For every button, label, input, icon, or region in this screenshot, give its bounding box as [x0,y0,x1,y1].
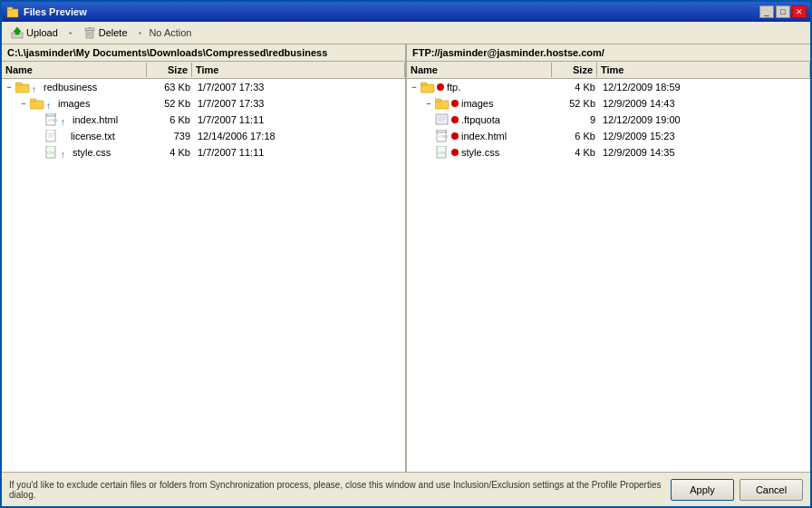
title-bar: Files Preview _ □ ✕ [2,2,810,22]
txt-icon [44,130,59,142]
right-panel-header: FTP://jasminder@jasminder.hostse.com/ [407,44,810,62]
svg-text:CSS: CSS [438,151,446,155]
list-item[interactable]: − images52 Kb12/9/2009 14:43 [407,95,810,112]
left-col-name[interactable]: Name [2,63,147,77]
status-dot: ↑ [46,100,55,107]
svg-rect-23 [420,84,434,93]
svg-rect-11 [15,83,22,85]
svg-text:HTML: HTML [48,118,59,122]
svg-rect-1 [7,7,13,10]
status-dot: ↑ [61,149,70,156]
left-col-time[interactable]: Time [192,63,405,77]
svg-rect-17 [46,130,55,142]
expand-icon[interactable]: − [423,99,434,108]
cancel-button[interactable]: Cancel [740,479,803,501]
status-dot [451,132,459,140]
svg-rect-27 [436,114,448,124]
upload-icon [11,26,24,39]
css-icon: CSS [44,146,59,159]
file-name-label: images [58,98,90,109]
file-name-cell: HTML index.html [409,130,554,142]
svg-rect-32 [437,130,446,132]
window-icon [5,5,20,19]
svg-rect-25 [435,101,449,109]
svg-rect-12 [30,101,44,109]
svg-rect-5 [85,28,94,31]
list-item[interactable]: license.txt73912/14/2006 17:18 [2,128,405,144]
apply-button[interactable]: Apply [671,479,734,501]
file-size-cell: 52 Kb [554,98,599,109]
file-name-label: style.css [72,147,111,158]
file-size-cell: 4 Kb [149,147,194,158]
folder-icon [30,97,44,110]
file-time-cell: 1/7/2007 11:11 [194,147,403,158]
status-bar: If you'd like to exclude certain files o… [2,472,810,506]
list-item[interactable]: HTML ↑index.html6 Kb1/7/2007 11:11 [2,112,405,128]
file-size-cell: 6 Kb [149,114,194,125]
file-name-cell: − ftp. [409,81,554,93]
list-item[interactable]: CSS ↑style.css4 Kb1/7/2007 11:11 [2,144,405,161]
right-col-time[interactable]: Time [597,63,810,77]
svg-rect-24 [420,83,427,85]
file-name-cell: HTML ↑index.html [4,113,149,126]
file-size-cell: 4 Kb [554,82,599,93]
status-dot [451,116,459,123]
expand-icon[interactable]: − [409,83,420,92]
right-column-headers: Name Size Time [407,62,810,79]
maximize-button[interactable]: □ [776,5,790,18]
file-name-label: index.html [461,131,507,142]
left-col-size[interactable]: Size [147,63,192,77]
right-col-name[interactable]: Name [407,63,552,77]
svg-text:HTML: HTML [439,134,450,139]
file-size-cell: 4 Kb [554,147,599,158]
file-name-cell: CSS ↑style.css [4,146,149,159]
minimize-button[interactable]: _ [759,5,774,18]
expand-icon[interactable]: − [4,83,14,92]
right-file-list: − ftp.4 Kb12/12/2009 18:59− images52 Kb1… [407,79,810,472]
file-name-cell: CSS style.css [409,146,554,159]
toolbar-sep2: • [139,27,142,38]
svg-rect-13 [30,99,36,102]
status-dot: ↑ [32,83,41,91]
file-size-cell: 9 [554,114,599,125]
html-icon: HTML [44,113,59,126]
file-time-cell: 12/12/2009 19:00 [599,114,808,125]
right-col-size[interactable]: Size [552,63,597,77]
file-time-cell: 1/7/2007 11:11 [194,114,403,125]
list-item[interactable]: − ftp.4 Kb12/12/2009 18:59 [407,79,810,95]
list-item[interactable]: CSS style.css4 Kb12/9/2009 14:35 [407,144,810,161]
file-name-label: license.txt [71,131,115,142]
no-action-label: No Action [149,27,191,38]
file-size-cell: 63 Kb [149,82,194,93]
folder-icon [435,97,450,110]
css-icon: CSS [435,146,450,159]
folder-icon [420,81,435,93]
expand-icon[interactable]: − [18,99,29,108]
file-time-cell: 1/7/2007 17:33 [194,82,403,93]
title-bar-buttons: _ □ ✕ [759,5,807,18]
svg-text:CSS: CSS [47,151,55,155]
left-file-list: − ↑redbusiness63 Kb1/7/2007 17:33− ↑imag… [2,79,405,472]
right-panel: FTP://jasminder@jasminder.hostse.com/ Na… [407,44,810,472]
file-time-cell: 12/9/2009 15:23 [599,131,808,142]
file-time-cell: 1/7/2007 17:33 [194,98,403,109]
list-item[interactable]: HTML index.html6 Kb12/9/2009 15:23 [407,128,810,144]
list-item[interactable]: − ↑images52 Kb1/7/2007 17:33 [2,95,405,112]
close-button[interactable]: ✕ [792,5,807,18]
status-text: If you'd like to exclude certain files o… [9,480,663,500]
list-item[interactable]: − ↑redbusiness63 Kb1/7/2007 17:33 [2,79,405,95]
delete-icon [83,26,96,39]
list-item[interactable]: .ftpquota912/12/2009 19:00 [407,112,810,128]
upload-button[interactable]: Upload [7,25,62,40]
file-name-label: ftp. [447,82,460,93]
file-size-cell: 52 Kb [149,98,194,109]
delete-button[interactable]: Delete [80,25,131,40]
svg-rect-26 [435,99,441,102]
toolbar-sep1: • [69,27,72,38]
html-icon: HTML [435,130,450,142]
svg-rect-15 [46,113,55,116]
file-name-cell: − ↑images [4,97,149,110]
status-dot: ↑ [61,116,70,123]
status-dot [451,100,459,107]
file-name-cell: − images [409,97,554,110]
